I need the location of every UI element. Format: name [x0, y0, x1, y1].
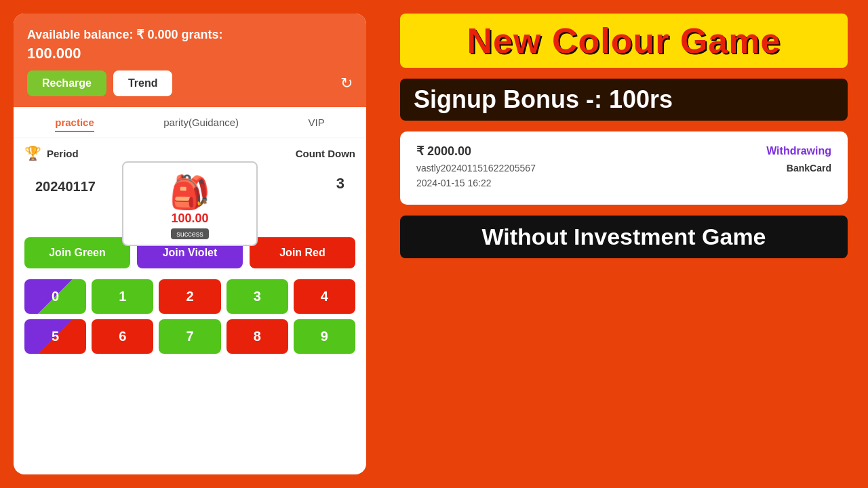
- phone-card: Available balance: ₹ 0.000 grants: 100.0…: [14, 14, 366, 474]
- num-btn-2[interactable]: 2: [159, 279, 220, 314]
- tx-method: BankCard: [787, 163, 831, 174]
- game-area: 20240117 🎒 100.00 success 3: [14, 168, 366, 229]
- count-down-label: Count Down: [296, 148, 355, 159]
- left-panel: Available balance: ₹ 0.000 grants: 100.0…: [0, 0, 380, 488]
- period-label: Period: [47, 148, 79, 159]
- num-btn-9[interactable]: 9: [294, 319, 355, 354]
- bottom-text: Without Investment Game: [414, 224, 834, 250]
- num-btn-0[interactable]: 0: [24, 279, 86, 314]
- bag-amount: 100.00: [171, 211, 208, 226]
- tx-row-1: ₹ 2000.00 Withdrawing: [416, 144, 831, 159]
- tab-parity[interactable]: parity(Guidance): [163, 117, 239, 132]
- bag-popup: 🎒 100.00 success: [122, 161, 258, 246]
- tabs-bar: practice parity(Guidance) VIP: [14, 107, 366, 138]
- signup-text: Signup Bonus -: 100rs: [414, 85, 834, 114]
- tx-date: 2024-01-15 16:22: [416, 178, 492, 188]
- period-left: 🏆 Period: [24, 145, 79, 161]
- tx-row-2: vastly20240115162220556​7 BankCard: [416, 163, 831, 174]
- trend-button[interactable]: Trend: [113, 70, 173, 96]
- countdown-value: 3: [336, 175, 344, 192]
- tx-amount: ₹ 2000.00: [416, 144, 471, 159]
- num-btn-3[interactable]: 3: [226, 279, 288, 314]
- signup-banner: Signup Bonus -: 100rs: [400, 79, 848, 121]
- num-btn-8[interactable]: 8: [226, 319, 288, 354]
- title-banner: New Colour Game: [400, 14, 848, 68]
- number-grid: 0 1 2 3 4 5 6 7 8 9: [14, 277, 366, 359]
- period-info-row: 20240117 🎒 100.00 success 3: [24, 168, 355, 197]
- period-value: 20240117: [35, 172, 96, 195]
- refresh-icon[interactable]: ↻: [340, 75, 353, 92]
- join-red-button[interactable]: Join Red: [250, 237, 355, 268]
- transaction-card: ₹ 2000.00 Withdrawing vastly202401151622…: [400, 131, 848, 205]
- num-btn-7[interactable]: 7: [159, 319, 220, 354]
- balance-label: Available balance: ₹ 0.000 grants:: [27, 27, 353, 42]
- tx-id: vastly20240115162220556​7: [416, 163, 536, 174]
- tx-row-3: 2024-01-15 16:22: [416, 178, 831, 188]
- right-panel: New Colour Game Signup Bonus -: 100rs ₹ …: [380, 0, 868, 488]
- tx-status: Withdrawing: [766, 145, 831, 157]
- num-btn-1[interactable]: 1: [92, 279, 153, 314]
- balance-amount: 100.000: [27, 45, 353, 62]
- tab-vip[interactable]: VIP: [309, 117, 325, 132]
- bottom-banner: Without Investment Game: [400, 216, 848, 258]
- num-btn-5[interactable]: 5: [24, 319, 86, 354]
- success-badge: success: [171, 228, 209, 239]
- balance-header: Available balance: ₹ 0.000 grants: 100.0…: [14, 14, 366, 107]
- balance-actions: Recharge Trend ↻: [27, 70, 353, 96]
- recharge-button[interactable]: Recharge: [27, 70, 106, 96]
- title-text: New Colour Game: [414, 20, 834, 61]
- bag-icon: 🎒: [170, 174, 210, 211]
- num-btn-4[interactable]: 4: [294, 279, 355, 314]
- tab-practice[interactable]: practice: [55, 117, 94, 132]
- join-green-button[interactable]: Join Green: [24, 237, 130, 268]
- trophy-icon: 🏆: [24, 145, 41, 161]
- num-btn-6[interactable]: 6: [92, 319, 153, 354]
